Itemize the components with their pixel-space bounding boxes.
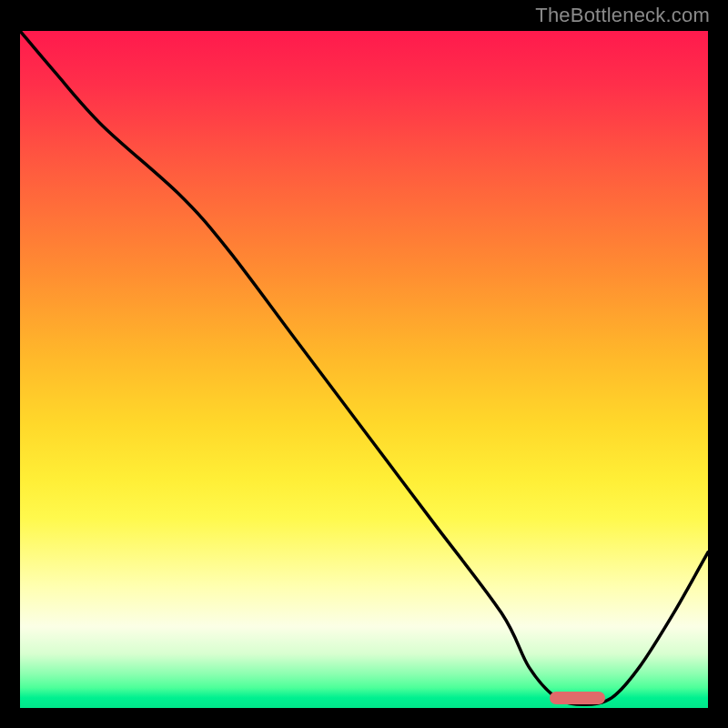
- optimal-range-marker: [550, 692, 604, 704]
- chart-plot-area: [16, 27, 712, 712]
- chart-curve: [20, 31, 708, 708]
- attribution-watermark: TheBottleneck.com: [535, 4, 710, 27]
